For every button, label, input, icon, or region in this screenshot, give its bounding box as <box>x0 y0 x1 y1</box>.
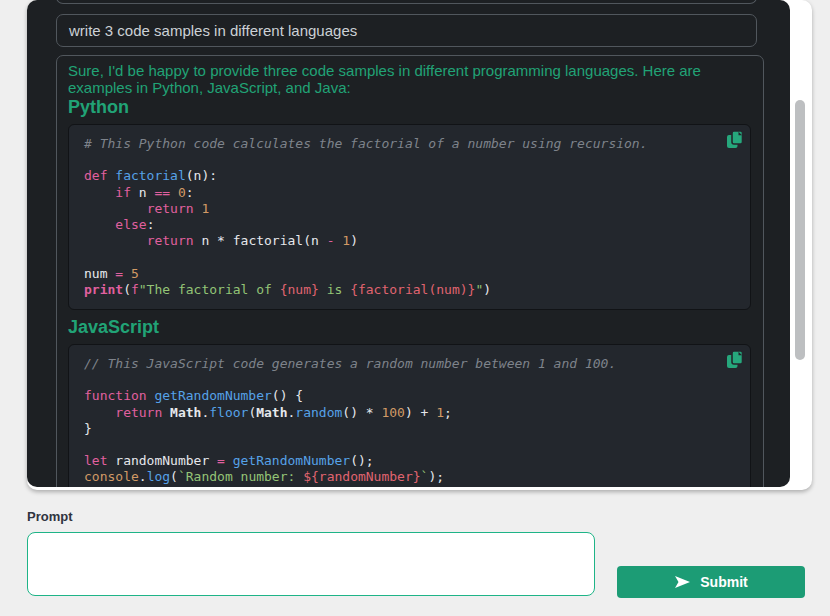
code-line: function getRandomNumber() { <box>84 388 716 404</box>
code-section-heading: Python <box>68 97 751 117</box>
submit-button[interactable]: Submit <box>617 566 805 598</box>
copy-code-button[interactable] <box>725 350 745 370</box>
code-line: if n == 0: <box>84 185 716 201</box>
code-line <box>84 152 716 168</box>
prompt-label: Prompt <box>27 509 73 524</box>
assistant-intro-text: Sure, I'd be happy to provide three code… <box>68 62 751 96</box>
prompt-input[interactable] <box>27 532 595 596</box>
code-block: # This Python code calculates the factor… <box>68 124 751 310</box>
chat-card: write 3 code samples in different langua… <box>27 0 812 490</box>
code-line: console.log(`Random number: ${randomNumb… <box>84 469 716 485</box>
code-line: def factorial(n): <box>84 168 716 184</box>
code-line <box>84 249 716 265</box>
code-line: return n * factorial(n - 1) <box>84 233 716 249</box>
code-line: else: <box>84 217 716 233</box>
submit-button-label: Submit <box>700 574 747 590</box>
copy-code-button[interactable] <box>725 130 745 150</box>
code-line <box>84 372 716 388</box>
code-line: # This Python code calculates the factor… <box>84 136 716 152</box>
chat-log-panel: write 3 code samples in different langua… <box>27 0 790 487</box>
code-line: return Math.floor(Math.random() * 100) +… <box>84 405 716 421</box>
send-icon <box>674 574 691 590</box>
code-line: num = 5 <box>84 266 716 282</box>
assistant-sections: Python# This Python code calculates the … <box>68 97 751 487</box>
code-section-heading: JavaScript <box>68 317 751 337</box>
chat-scrollbar-track[interactable] <box>790 0 812 490</box>
code-line <box>84 437 716 453</box>
user-message: write 3 code samples in different langua… <box>56 14 757 47</box>
code-block: // This JavaScript code generates a rand… <box>68 344 751 487</box>
code-line: } <box>84 421 716 437</box>
assistant-message: Sure, I'd be happy to provide three code… <box>56 55 764 487</box>
code-line: return 1 <box>84 201 716 217</box>
chat-scrollbar-thumb[interactable] <box>795 100 805 360</box>
code-line: // This JavaScript code generates a rand… <box>84 356 716 372</box>
previous-message-fragment <box>56 0 757 4</box>
code-line: let randomNumber = getRandomNumber(); <box>84 453 716 469</box>
code-line: print(f"The factorial of {num} is {facto… <box>84 282 716 298</box>
